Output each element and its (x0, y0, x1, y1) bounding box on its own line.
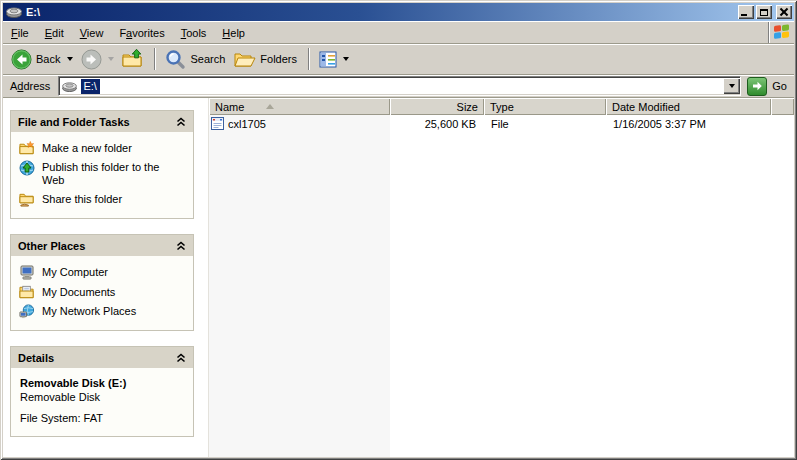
file-date-modified: 1/16/2005 3:37 PM (606, 118, 771, 130)
forward-button[interactable] (77, 47, 118, 72)
explorer-window: E:\ File Edit View Favorites Tools Help (0, 0, 797, 460)
task-label: Publish this folder to the Web (42, 161, 184, 187)
my-computer-icon (19, 265, 35, 280)
panel-file-folder-tasks: File and Folder Tasks Make a new folder (10, 110, 194, 219)
task-publish-folder-web[interactable]: Publish this folder to the Web (17, 158, 189, 190)
task-label: My Documents (42, 286, 115, 299)
task-pane-sidebar: File and Folder Tasks Make a new folder (3, 98, 209, 457)
collapse-chevron-icon[interactable] (176, 353, 186, 363)
title-bar[interactable]: E:\ (3, 3, 794, 21)
task-label: My Network Places (42, 305, 136, 318)
column-header-filler (771, 98, 794, 115)
sort-ascending-icon (266, 104, 274, 109)
my-documents-icon (19, 285, 35, 299)
sorted-column-shade (209, 115, 390, 457)
search-label: Search (190, 53, 226, 65)
file-type: File (484, 118, 606, 130)
up-folder-icon (122, 49, 144, 69)
folders-button[interactable]: Folders (230, 48, 302, 71)
windows-logo-icon (768, 22, 794, 43)
search-icon (165, 49, 186, 70)
share-folder-icon (19, 192, 35, 207)
removable-disk-icon (6, 6, 22, 18)
details-drive-type: Removable Disk (20, 391, 185, 403)
close-button[interactable] (776, 5, 792, 19)
collapse-chevron-icon[interactable] (176, 117, 186, 127)
maximize-button[interactable] (756, 5, 772, 19)
file-row[interactable]: cxl1705 25,600 KB File 1/16/2005 3:37 PM (209, 115, 794, 132)
collapse-chevron-icon[interactable] (176, 241, 186, 251)
task-make-new-folder[interactable]: Make a new folder (17, 139, 189, 158)
menu-item-edit[interactable]: Edit (37, 22, 72, 43)
details-drive-name: Removable Disk (E:) (20, 377, 185, 389)
minimize-button[interactable] (738, 5, 754, 19)
views-chevron-down-icon (343, 57, 349, 61)
link-my-computer[interactable]: My Computer (17, 263, 189, 283)
go-button[interactable] (747, 77, 767, 96)
menu-item-file[interactable]: File (3, 22, 37, 43)
file-list: Name Size Type Date Modified (209, 98, 794, 457)
chevron-down-icon (729, 84, 735, 88)
folders-icon (234, 50, 256, 69)
panel-title: Details (18, 352, 54, 364)
address-bar: Address E:\ Go (3, 75, 794, 98)
minimize-icon (741, 14, 747, 16)
menu-bar: File Edit View Favorites Tools Help (3, 21, 794, 44)
menu-item-help[interactable]: Help (214, 22, 253, 43)
address-label: Address (10, 80, 50, 92)
up-button[interactable] (118, 47, 148, 71)
link-my-documents[interactable]: My Documents (17, 283, 189, 302)
network-places-icon (19, 304, 35, 319)
menu-item-tools[interactable]: Tools (173, 22, 215, 43)
task-share-folder[interactable]: Share this folder (17, 190, 189, 210)
views-icon (319, 51, 337, 68)
file-icon (211, 117, 224, 130)
panel-title: Other Places (18, 240, 85, 252)
column-header-size[interactable]: Size (390, 98, 484, 115)
toolbar-separator (154, 48, 155, 70)
go-label: Go (772, 80, 787, 92)
address-drive-icon (62, 81, 77, 92)
column-header-name[interactable]: Name (209, 98, 390, 115)
file-size: 25,600 KB (390, 118, 484, 130)
toolbar-separator (308, 48, 309, 70)
menu-item-view[interactable]: View (72, 22, 112, 43)
standard-buttons-toolbar: Back Search (3, 44, 794, 75)
column-header-date-modified[interactable]: Date Modified (606, 98, 771, 115)
back-chevron-down-icon (67, 57, 73, 61)
back-button[interactable]: Back (7, 47, 77, 72)
panel-other-places: Other Places My Computer (10, 234, 194, 331)
details-file-system: File System: FAT (20, 412, 185, 424)
close-icon (780, 8, 788, 16)
go-arrow-icon (751, 80, 763, 92)
panel-header-details[interactable]: Details (11, 347, 193, 368)
address-input[interactable]: E:\ (58, 76, 741, 96)
maximize-icon (760, 9, 768, 16)
back-icon (11, 49, 32, 70)
panel-details: Details Removable Disk (E:) Removable Di… (10, 346, 194, 437)
menu-item-favorites[interactable]: Favorites (111, 22, 172, 43)
link-my-network-places[interactable]: My Network Places (17, 302, 189, 322)
new-folder-icon (19, 141, 35, 155)
address-value-selected: E:\ (81, 79, 99, 94)
panel-header-other-places[interactable]: Other Places (11, 235, 193, 256)
task-label: Make a new folder (42, 142, 132, 155)
panel-header-file-folder-tasks[interactable]: File and Folder Tasks (11, 111, 193, 132)
task-label: My Computer (42, 266, 108, 279)
publish-web-icon (19, 160, 35, 176)
window-title: E:\ (26, 6, 738, 18)
panel-title: File and Folder Tasks (18, 116, 130, 128)
task-label: Share this folder (42, 193, 122, 206)
views-button[interactable] (315, 49, 353, 70)
content-area: File and Folder Tasks Make a new folder (3, 98, 794, 457)
column-header-type[interactable]: Type (484, 98, 606, 115)
search-button[interactable]: Search (161, 47, 230, 72)
address-dropdown-button[interactable] (723, 78, 740, 94)
list-header: Name Size Type Date Modified (209, 98, 794, 115)
forward-icon (81, 49, 102, 70)
back-label: Back (36, 53, 61, 65)
file-name: cxl1705 (228, 118, 266, 130)
folders-label: Folders (260, 53, 298, 65)
forward-chevron-down-icon (108, 57, 114, 61)
